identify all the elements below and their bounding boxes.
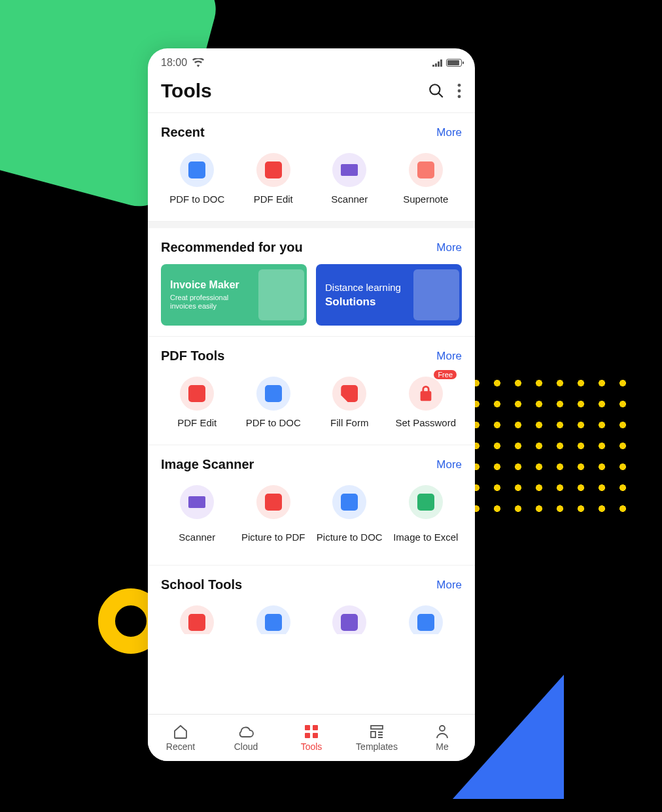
person-icon [434,724,450,739]
school-tool-icon [409,605,443,634]
section-title-recent: Recent [161,125,205,140]
invoice-illustration-icon [258,269,304,320]
tool-fill-form[interactable]: Fill Form [313,373,386,438]
tool-label: Supernote [403,194,448,205]
tool-label: Fill Form [330,417,368,429]
school-tool-icon [180,605,214,634]
bottom-nav: Recent Cloud Tools Templates Me [148,714,475,761]
tool-scanner[interactable]: Scanner [313,149,386,214]
tool-pdf-edit-2[interactable]: PDF Edit [161,373,234,438]
tool-label: PDF Edit [177,417,217,429]
scanner-icon [180,485,214,519]
doc-icon [256,377,290,411]
section-title-recommended: Recommended for you [161,240,303,255]
excel-icon [409,485,443,519]
kebab-menu-icon[interactable] [457,82,462,99]
svg-rect-8 [313,733,318,738]
app-header: Tools [148,72,475,113]
tool-label: Picture to DOC [317,526,383,549]
battery-icon [446,59,462,67]
learning-illustration-icon [413,269,459,320]
status-time: 18:00 [161,57,187,69]
svg-rect-5 [305,725,310,730]
nav-label: Tools [301,741,322,752]
scroll-content[interactable]: Recent More PDF to DOC PDF Edit Scanner [148,113,475,714]
tool-label: PDF to DOC [169,194,224,205]
tool-label: Picture to PDF [241,526,305,549]
tool-pdf-edit[interactable]: PDF Edit [237,149,310,214]
grid-icon [304,724,319,739]
svg-point-2 [458,84,461,87]
school-tool-icon [256,605,290,634]
card-invoice-maker[interactable]: Invoice Maker Creat professional invoice… [161,264,307,326]
nav-label: Recent [166,741,195,752]
bg-shape-dots [466,373,636,523]
home-icon [173,724,188,739]
tool-scanner-2[interactable]: Scanner [161,481,234,558]
tool-label: Image to Excel [393,526,458,549]
svg-rect-7 [305,733,310,738]
more-link-recent[interactable]: More [436,126,462,139]
svg-rect-6 [313,725,318,730]
pdf-edit-icon [180,377,214,411]
nav-tools[interactable]: Tools [279,715,344,761]
tool-supernote[interactable]: Supernote [390,149,462,214]
card-distance-learning[interactable]: Distance learning Solutions [316,264,462,326]
picture-pdf-icon [256,485,290,519]
wifi-icon [192,58,204,67]
svg-rect-9 [371,726,383,729]
nav-templates[interactable]: Templates [344,715,409,761]
svg-line-1 [438,93,443,97]
school-tool-icon [332,605,366,634]
tool-label: Set Password [395,417,456,429]
svg-point-0 [430,84,440,94]
svg-point-3 [458,90,461,93]
tool-school-2[interactable] [237,601,310,634]
tool-pdf-to-doc[interactable]: PDF to DOC [161,149,234,214]
svg-rect-10 [371,732,375,737]
template-icon [369,724,385,739]
phone-frame: 18:00 Tools Recent More PDF to DOC [148,48,475,761]
tool-label: Scanner [179,526,215,549]
tool-school-1[interactable] [161,601,234,634]
more-link-recommended[interactable]: More [436,241,462,254]
tool-picture-to-pdf[interactable]: Picture to PDF [237,481,310,558]
lock-icon [409,377,443,411]
nav-me[interactable]: Me [409,715,475,761]
signal-icon [432,59,442,67]
tool-label: Scanner [331,194,368,205]
card-subtitle: Creat professional invoices easily [170,294,255,311]
status-bar: 18:00 [148,48,475,72]
section-title-school-tools: School Tools [161,577,242,592]
tool-picture-to-doc[interactable]: Picture to DOC [313,481,386,558]
tool-school-3[interactable] [313,601,386,634]
section-title-image-scanner: Image Scanner [161,457,254,472]
supernote-icon [409,153,443,187]
svg-point-14 [440,726,445,731]
more-link-school-tools[interactable]: More [436,579,462,592]
section-pdf-tools: PDF Tools More PDF Edit PDF to DOC Fill … [148,337,475,445]
tool-school-4[interactable] [390,601,462,634]
pdf-edit-icon [256,153,290,187]
nav-label: Cloud [234,741,258,752]
doc-icon [180,153,214,187]
picture-doc-icon [332,485,366,519]
more-link-pdf-tools[interactable]: More [436,350,462,363]
tool-image-to-excel[interactable]: Image to Excel [390,481,462,558]
nav-label: Templates [356,741,398,752]
cloud-icon [237,724,254,739]
section-image-scanner: Image Scanner More Scanner Picture to PD… [148,445,475,566]
nav-recent[interactable]: Recent [148,715,213,761]
nav-cloud[interactable]: Cloud [213,715,279,761]
tool-set-password[interactable]: Free Set Password [390,373,462,438]
section-recent: Recent More PDF to DOC PDF Edit Scanner [148,113,475,222]
svg-point-4 [458,95,461,98]
scanner-icon [332,153,366,187]
search-icon[interactable] [428,82,445,99]
tool-pdf-to-doc-2[interactable]: PDF to DOC [237,373,310,438]
section-school-tools: School Tools More [148,566,475,634]
more-link-image-scanner[interactable]: More [436,458,462,471]
page-title: Tools [161,80,212,102]
free-badge: Free [434,370,457,379]
nav-label: Me [436,741,448,752]
